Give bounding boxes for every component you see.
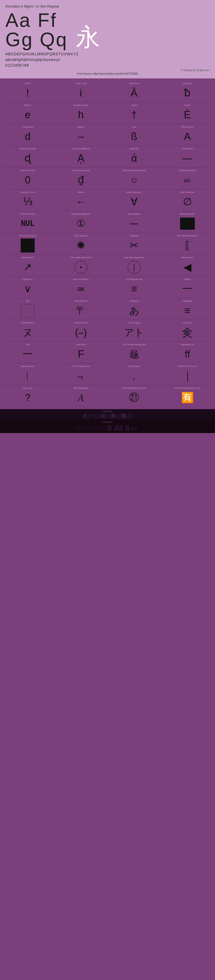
cell-label-9-3: Kangxi: [184, 278, 191, 281]
cell-symbol-3-2: ά: [131, 151, 137, 166]
cell-symbol-12-1: F: [78, 347, 84, 362]
cell-label-10-1: CJK Symbols: [75, 300, 88, 302]
cell-symbol-3-0: ɖ: [24, 151, 31, 166]
cell-symbol-4-1: ₫: [78, 172, 84, 188]
cell-label-1-3: Cyrillic: [184, 104, 191, 107]
grid-row-4: Super And Sub0Currency Symbols₫Diacritic…: [1, 168, 214, 189]
grid-cell-5-2: Math Operators∀: [107, 189, 161, 211]
cell-label-3-0: Phonetic Ext Sup: [19, 148, 36, 150]
cell-label-13-3: Half And Full Forms: [178, 365, 197, 368]
cell-symbol-7-0: [21, 238, 35, 253]
grid-cell-5-1: Arrows←: [54, 189, 107, 211]
cell-label-14-2: Enclosed Alphanum Sup: [122, 387, 146, 390]
cell-symbol-3-1: Ạ: [77, 151, 84, 166]
grid-cell-11-2: CJK Compatアト: [107, 320, 161, 342]
cell-symbol-1-3: È: [184, 107, 191, 123]
cell-symbol-12-2: 龜: [129, 347, 139, 362]
cjk-ext-c-symbols: 𪜶𪝐𪠳𪡾𪤫𪥿𪧴𪨆𪩁𪩍𪫏𪬣𪫧 ô ∂ð ā «»: [0, 424, 215, 433]
cell-label-10-2: Hiragana: [130, 300, 139, 302]
grid-cell-13-1: CJK Compat Forms﹃: [54, 363, 107, 385]
grid-cell-3-3: Punctuation—: [161, 146, 214, 167]
cell-symbol-10-2: あ: [129, 303, 139, 318]
cell-label-0-2: Latin Ext A: [129, 82, 139, 85]
cell-label-12-2: CJK Compat Ideographs: [122, 343, 146, 346]
cell-label-6-2: Box Drawing: [128, 213, 140, 215]
grid-cell-4-3: Letterlike Symbolsa/c: [161, 168, 214, 189]
cell-symbol-9-0: ∨: [24, 281, 32, 297]
cell-label-4-2: Diacriticals For Symbols: [123, 169, 146, 172]
cell-symbol-10-1: 〒: [76, 303, 86, 318]
grid-row-11: Katakana ExtヌEnclosed CJK(–)CJK Compatアト…: [1, 320, 214, 342]
cell-symbol-8-1: [75, 259, 88, 275]
grid-row-7: Geometric ShapesMisc Symbols✺Dingbats✂Mi…: [1, 233, 214, 255]
grid-cell-14-1: Math Alphanum𝐴: [54, 385, 107, 407]
cell-label-12-3: Alphabetic PF: [181, 343, 194, 346]
grid-cell-2-1: Hebrew–: [54, 124, 107, 146]
grid-row-10: EtCCJK Symbols〒HiraganaあKatakana≡: [1, 298, 214, 320]
cell-label-5-1: Arrows: [78, 191, 84, 194]
cell-symbol-13-2: ﹐: [129, 368, 139, 384]
cell-label-1-1: Modifier Letters: [73, 104, 88, 107]
cell-symbol-1-0: e: [25, 107, 30, 123]
cell-label-7-2: Dingbats: [130, 234, 139, 237]
cell-symbol-1-2: †: [131, 107, 137, 123]
bottom-section: CJK Ext B 𠀋𠂉𠃌𠄢𠆿𠈓𠉁𠋆𠌫𠍑𠎹𠏹𠑭𠒓𠓀 CJK Ext C 𪜶𪝐𪠳𪡾…: [0, 409, 215, 433]
cell-symbol-2-3: A: [184, 129, 191, 145]
cell-label-1-0: IPA Ext: [24, 104, 31, 107]
cell-label-7-0: Geometric Shapes: [19, 234, 37, 237]
bottom-row-1: CJK Ext B 𠀋𠂉𠃌𠄢𠆿𠈓𠉁𠋆𠌫𠍑𠎹𠏹𠑭𠒓𠓀: [0, 409, 215, 420]
cell-label-7-3: Misc Math Symbols A: [177, 234, 197, 237]
cell-symbol-13-0: ︱: [22, 368, 33, 384]
cell-label-2-2: Thai: [132, 126, 136, 129]
cell-label-13-0: Vertical Forms: [21, 365, 34, 368]
grid-cell-14-2: Enclosed Alphanum Sup㉑: [107, 385, 161, 407]
cell-label-14-3: Enclosed Ideographic Sup: [175, 387, 200, 390]
grid-cell-8-2: Sup Math Operators: [107, 255, 161, 276]
grid-cell-11-3: CJK Ext A㑒: [161, 320, 214, 342]
cell-symbol-0-1: i: [80, 86, 82, 101]
cell-label-7-1: Misc Symbols: [74, 234, 88, 237]
cell-symbol-8-3: ◀: [183, 259, 191, 275]
grid-cell-13-0: Vertical Forms︱: [1, 363, 54, 385]
cell-label-14-1: Math Alphanum: [73, 387, 88, 390]
grid-cell-0-0: ASCII!: [1, 81, 54, 102]
cell-symbol-5-2: ∀: [131, 194, 138, 210]
grid-cell-0-1: Latin-1 Supi: [54, 81, 107, 102]
cell-symbol-11-3: 㑒: [182, 325, 193, 340]
grid-cell-9-3: Kangxi一: [161, 277, 214, 298]
cell-symbol-9-1: ≃: [76, 281, 85, 297]
cell-symbol-5-1: ←: [76, 194, 86, 210]
cell-symbol-12-3: ff: [185, 347, 190, 362]
cell-label-3-1: Latin Ext Additional: [72, 148, 90, 150]
grid-row-6: Control PicturesNULEnclosed Alphanum①Box…: [1, 211, 214, 233]
cell-label-0-3: Latin Ext B: [182, 82, 193, 85]
cell-symbol-11-0: ヌ: [23, 325, 33, 340]
cell-label-9-0: Latin Ext C: [22, 278, 33, 281]
big-chars-row1: Aa Ff: [5, 11, 68, 30]
cell-label-11-1: Enclosed CJK: [74, 321, 88, 324]
cell-symbol-4-2: ○: [131, 172, 137, 188]
grid-row-8: Sup Arrows B↗Misc Math Symbols BSup Math…: [1, 255, 214, 276]
font-source: Font Source: http://www.fontke.com/font/…: [5, 72, 210, 75]
grid-cell-3-0: Phonetic Ext Supɖ: [1, 146, 54, 167]
cell-symbol-2-0: d: [25, 129, 30, 145]
cell-symbol-14-0: ？: [22, 390, 33, 406]
alphabet-upper: ABCDEFGHIJKLMNOPQRSTUVWXYZ: [5, 51, 210, 57]
cell-symbol-6-2: ─: [131, 216, 138, 232]
cell-symbol-11-2: アト: [124, 325, 144, 340]
cell-label-14-0: Kana Sup: [23, 387, 32, 390]
cell-symbol-9-2: ≡: [131, 281, 137, 297]
grid-cell-3-2: Greek Extά: [107, 146, 161, 167]
grid-cell-10-2: Hiraganaあ: [107, 298, 161, 320]
cell-label-2-1: Hebrew: [77, 126, 84, 129]
grid-cell-6-3: Block Elements: [161, 211, 214, 233]
grid-cell-0-3: Latin Ext Bƀ: [161, 81, 214, 102]
grid-cell-10-0: EtC: [1, 298, 54, 320]
font-title: Rounded-X Mgen+ 1c thin Regular: [5, 4, 210, 8]
grid-row-0: ASCII!Latin-1 SupiLatin Ext AĀLatin Ext …: [1, 81, 214, 102]
cell-symbol-4-0: 0: [25, 172, 30, 188]
cell-symbol-10-0: [21, 303, 34, 318]
cell-symbol-14-1: 𝐴: [78, 390, 84, 406]
chinese-char: 永: [76, 25, 100, 49]
grid-cell-5-3: Misc Technical∅: [161, 189, 214, 211]
